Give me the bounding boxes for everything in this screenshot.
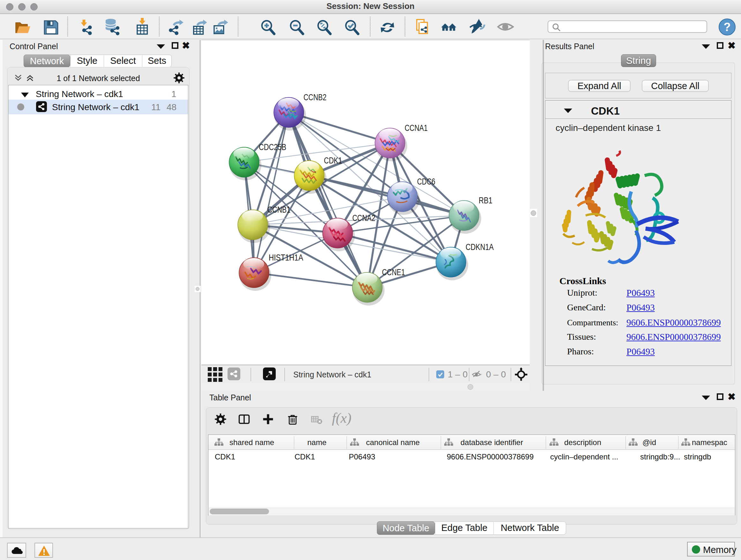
svg-text:CDC6: CDC6 bbox=[417, 177, 435, 186]
svg-text:CDC25B: CDC25B bbox=[259, 142, 286, 152]
svg-text:CCNA1: CCNA1 bbox=[405, 123, 428, 133]
svg-text:HIST1H1A: HIST1H1A bbox=[269, 253, 303, 262]
svg-text:CCNA2: CCNA2 bbox=[352, 213, 375, 223]
svg-text:CCNB2: CCNB2 bbox=[304, 92, 327, 102]
svg-text:CCNE1: CCNE1 bbox=[382, 267, 405, 277]
svg-text:CDKN1A: CDKN1A bbox=[466, 242, 494, 252]
svg-text:RB1: RB1 bbox=[479, 196, 492, 205]
svg-text:CCNB1: CCNB1 bbox=[267, 205, 290, 214]
svg-text:CDK1: CDK1 bbox=[324, 156, 342, 165]
